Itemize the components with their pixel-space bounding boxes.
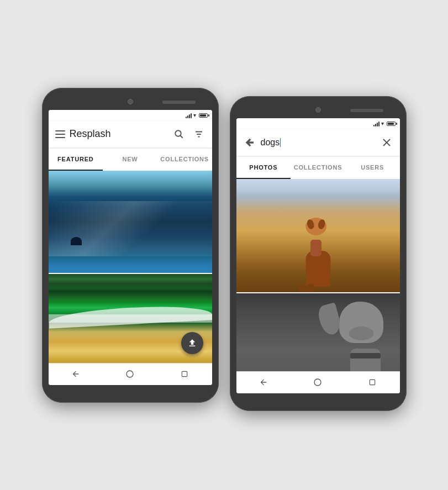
phone-1-speaker [162,101,196,104]
dog-1-leg-2 [307,284,314,292]
phone-2-camera [315,107,321,113]
app-title: Resplash [70,128,172,140]
app-bar-icons [172,128,205,141]
menu-icon[interactable] [55,130,65,138]
status-bar-1: ▾ [49,110,212,121]
wifi-icon-1: ▾ [193,112,196,118]
wifi-icon-2: ▾ [381,120,384,127]
svg-rect-10 [370,380,375,384]
photo-dog-gray[interactable] [236,293,400,371]
signal-bar-4 [191,113,192,118]
search-bar-2: dogs [236,129,400,156]
home-nav-btn-1[interactable] [123,367,136,381]
dog-1-leg-1 [299,284,305,292]
signal-bar-1 [186,117,187,118]
content-1 [49,171,212,363]
dog-1-figure [296,215,340,287]
dog-1-neck [310,240,321,256]
dog-2-ear [316,302,342,336]
photo-ocean[interactable] [49,171,212,273]
nav-bar-2 [236,371,400,393]
phone-2-bottom-bar [236,393,400,404]
signal-bars-1 [186,113,192,118]
photo-dog-field[interactable] [236,179,400,292]
signal-bar-6 [375,124,376,127]
tabs-2: PHOTOS COLLECTIONS USERS [236,156,400,179]
signal-bar-5 [373,125,375,127]
back-nav-btn-1[interactable] [69,367,82,381]
app-bar-1: Resplash [49,121,212,147]
phone-2: ▾ dogs [230,96,407,411]
dog-1-ear-right [317,218,326,229]
battery-fill-2 [388,123,394,125]
svg-point-0 [175,130,181,136]
phone-1-bottom-bar [49,385,212,396]
search-text: dogs [261,138,280,147]
dog-2-collar [350,353,381,359]
tab-photos[interactable]: PHOTOS [236,156,291,179]
recent-nav-btn-1[interactable] [178,367,191,381]
nav-bar-1 [49,363,212,385]
back-search-icon[interactable] [243,136,256,149]
signal-bar-7 [377,123,378,127]
phones-container: ▾ Resplash [31,69,418,422]
home-nav-btn-2[interactable] [311,376,324,389]
dog-2-neck [350,349,381,371]
dog-1-head [305,218,326,235]
status-icons-2: ▾ [373,120,396,127]
tab-users[interactable]: USERS [345,156,400,179]
signal-bar-8 [378,122,380,127]
tab-collections-1[interactable]: COLLECTIONS [157,147,212,171]
svg-line-1 [180,135,183,138]
battery-fill-1 [200,114,206,117]
filter-icon[interactable] [192,128,205,141]
signal-bar-3 [189,114,190,118]
dog-2-figure [317,296,389,371]
svg-point-9 [314,379,321,386]
phone-1-top-bar [49,94,212,110]
phone-1-camera [128,99,133,104]
search-query-display[interactable]: dogs [261,138,376,147]
phone-2-speaker [350,109,383,112]
close-search-icon[interactable] [380,136,393,149]
search-cursor [280,138,281,147]
signal-bar-2 [187,115,188,118]
upload-fab[interactable] [181,332,203,354]
beach-foam [49,314,212,323]
phone-2-screen: ▾ dogs [236,118,400,393]
swimmer [71,237,82,245]
dog-2-head [339,302,383,343]
content-2 [236,179,400,371]
search-icon[interactable] [172,128,186,141]
dog-1-ear-left [306,218,315,229]
battery-icon-1 [199,113,208,118]
dog-2-snout [349,326,373,340]
phone-1: ▾ Resplash [42,88,219,403]
phone-2-top-bar [236,103,400,118]
tabs-1: FEATURED NEW COLLECTIONS [49,147,212,171]
recent-nav-btn-2[interactable] [366,376,379,389]
back-nav-btn-2[interactable] [257,376,270,389]
phone-1-screen: ▾ Resplash [49,110,212,385]
svg-point-5 [127,371,133,377]
status-icons-1: ▾ [186,112,208,118]
tab-featured[interactable]: FEATURED [49,147,103,171]
tab-collections-2[interactable]: COLLECTIONS [291,156,345,179]
ocean-wave [49,201,212,256]
tab-new[interactable]: NEW [103,147,157,171]
signal-bars-2 [373,121,380,127]
status-bar-2: ▾ [236,118,400,129]
battery-icon-2 [387,122,396,126]
svg-rect-6 [182,371,187,376]
